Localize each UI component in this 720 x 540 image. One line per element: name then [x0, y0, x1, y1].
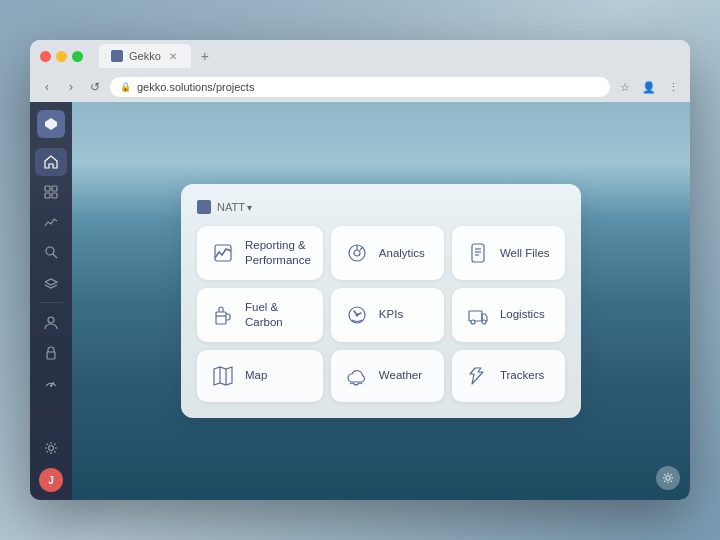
well-files-icon — [464, 239, 492, 267]
project-name: NATT — [217, 201, 245, 213]
close-button[interactable] — [40, 51, 51, 62]
svg-rect-24 — [469, 311, 482, 321]
grid-icon — [43, 184, 59, 200]
svg-point-25 — [471, 320, 475, 324]
map-label: Map — [245, 368, 267, 383]
user-profile-icon[interactable]: 👤 — [640, 78, 658, 96]
panel-favicon — [197, 200, 211, 214]
lock-icon: 🔒 — [120, 82, 131, 92]
trackers-label: Trackers — [500, 368, 544, 383]
sidebar-item-home[interactable] — [35, 148, 67, 176]
back-button[interactable]: ‹ — [38, 78, 56, 96]
analytics-label: Analytics — [379, 246, 425, 261]
gauge-icon — [43, 375, 59, 391]
sidebar-item-lock[interactable] — [35, 339, 67, 367]
app-card-logistics[interactable]: Logistics — [452, 288, 565, 342]
sidebar-item-settings[interactable] — [35, 434, 67, 462]
new-tab-button[interactable]: + — [195, 46, 215, 66]
projects-panel: NATT Reporting & Performance — [181, 184, 581, 418]
svg-point-26 — [482, 320, 486, 324]
app-card-analytics[interactable]: Analytics — [331, 226, 444, 280]
svg-point-4 — [46, 247, 54, 255]
user-avatar[interactable]: J — [39, 468, 63, 492]
svg-rect-20 — [216, 312, 226, 324]
sidebar-item-users[interactable] — [35, 309, 67, 337]
layers-icon — [43, 274, 59, 290]
svg-rect-7 — [47, 352, 55, 359]
browser-window: Gekko ✕ + ‹ › ↺ 🔒 gekko.solutions/projec… — [30, 40, 690, 500]
home-icon — [43, 154, 59, 170]
fuel-carbon-icon — [209, 301, 237, 329]
svg-rect-0 — [45, 186, 50, 191]
app-card-fuel-carbon[interactable]: Fuel & Carbon — [197, 288, 323, 342]
kpis-icon — [343, 301, 371, 329]
users-icon — [43, 315, 59, 331]
weather-icon — [343, 362, 371, 390]
app-card-kpis[interactable]: KPIs — [331, 288, 444, 342]
sidebar-divider — [39, 302, 63, 303]
reporting-icon — [209, 239, 237, 267]
sidebar-item-chart[interactable] — [35, 208, 67, 236]
sidebar-item-search[interactable] — [35, 238, 67, 266]
svg-point-23 — [355, 313, 358, 316]
gear-icon — [661, 471, 675, 485]
svg-point-30 — [666, 476, 670, 480]
title-bar: Gekko ✕ + — [30, 40, 690, 72]
map-icon — [209, 362, 237, 390]
tab-close-button[interactable]: ✕ — [167, 50, 179, 62]
fuel-carbon-label: Fuel & Carbon — [245, 300, 311, 330]
minimize-button[interactable] — [56, 51, 67, 62]
svg-marker-27 — [214, 367, 232, 385]
svg-line-5 — [53, 254, 57, 258]
svg-rect-16 — [472, 244, 484, 262]
sidebar-item-layers[interactable] — [35, 268, 67, 296]
weather-label: Weather — [379, 368, 422, 383]
panel-header: NATT — [197, 200, 565, 214]
svg-point-10 — [49, 446, 54, 451]
project-dropdown[interactable]: NATT — [217, 201, 252, 213]
sidebar-bottom: J — [35, 434, 67, 492]
svg-point-9 — [50, 385, 52, 387]
logo-icon — [43, 116, 59, 132]
settings-gear-button[interactable] — [656, 466, 680, 490]
menu-icon[interactable]: ⋮ — [664, 78, 682, 96]
tab-bar: Gekko ✕ + — [99, 44, 215, 68]
url-text: gekko.solutions/projects — [137, 81, 254, 93]
svg-point-6 — [48, 317, 54, 323]
address-bar: ‹ › ↺ 🔒 gekko.solutions/projects ☆ 👤 ⋮ — [30, 72, 690, 102]
svg-line-15 — [360, 247, 363, 250]
lock-icon — [43, 345, 59, 361]
sidebar-item-grid[interactable] — [35, 178, 67, 206]
logistics-label: Logistics — [500, 307, 545, 322]
app-card-weather[interactable]: Weather — [331, 350, 444, 402]
sidebar: J — [30, 102, 72, 500]
chart-line-icon — [43, 214, 59, 230]
app-card-trackers[interactable]: Trackers — [452, 350, 565, 402]
svg-rect-1 — [52, 186, 57, 191]
browser-tab[interactable]: Gekko ✕ — [99, 44, 191, 68]
sidebar-logo[interactable] — [37, 110, 65, 138]
app-card-reporting[interactable]: Reporting & Performance — [197, 226, 323, 280]
refresh-button[interactable]: ↺ — [86, 78, 104, 96]
main-content: NATT Reporting & Performance — [72, 102, 690, 500]
browser-content: J NATT — [30, 102, 690, 500]
trackers-icon — [464, 362, 492, 390]
maximize-button[interactable] — [72, 51, 83, 62]
reporting-label: Reporting & Performance — [245, 238, 311, 268]
kpis-label: KPIs — [379, 307, 403, 322]
bookmark-icon[interactable]: ☆ — [616, 78, 634, 96]
app-card-map[interactable]: Map — [197, 350, 323, 402]
tab-label: Gekko — [129, 50, 161, 62]
traffic-lights — [40, 51, 83, 62]
app-card-well-files[interactable]: Well Files — [452, 226, 565, 280]
forward-button[interactable]: › — [62, 78, 80, 96]
logistics-icon — [464, 301, 492, 329]
url-bar[interactable]: 🔒 gekko.solutions/projects — [110, 77, 610, 97]
svg-point-13 — [354, 250, 360, 256]
apps-grid: Reporting & Performance Analyt — [197, 226, 565, 402]
sidebar-item-gauge[interactable] — [35, 369, 67, 397]
settings-icon — [43, 440, 59, 456]
svg-rect-3 — [52, 193, 57, 198]
address-actions: ☆ 👤 ⋮ — [616, 78, 682, 96]
tab-favicon — [111, 50, 123, 62]
